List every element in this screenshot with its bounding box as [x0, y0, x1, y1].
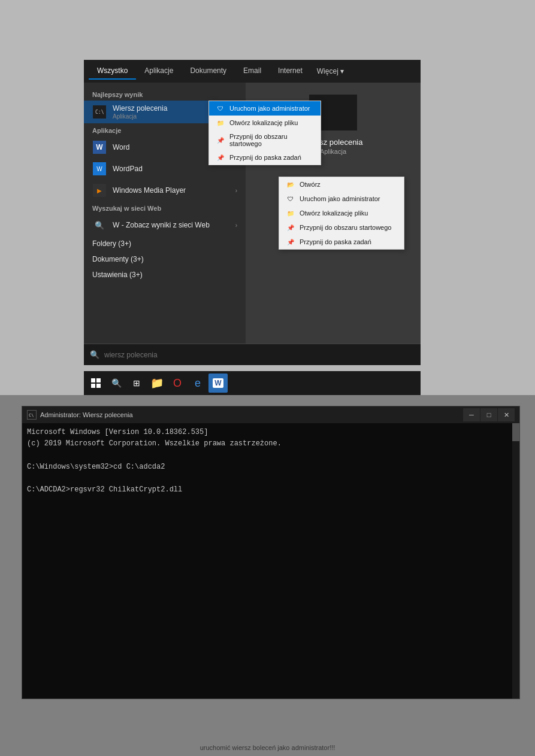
settings-item[interactable]: Ustawienia (3+) — [84, 267, 246, 283]
cmd-line-3 — [27, 450, 515, 461]
best-result-name: Wiersz polecenia — [113, 104, 167, 113]
pin-taskbar-right-icon: 📌 — [286, 238, 295, 246]
ctx-left-run-admin[interactable]: 🛡 Uruchom jako administrator — [209, 101, 321, 116]
tab-dokumenty[interactable]: Dokumenty — [182, 63, 235, 80]
app-wordpad-label: WordPad — [113, 165, 143, 173]
taskbar: 🔍 ⊞ 📁 O e W — [84, 371, 421, 395]
cmd-titlebar: C\ Administrator: Wiersz polecenia ─ □ ✕ — [22, 406, 519, 423]
best-result-label: Najlepszy wynik — [84, 87, 246, 101]
cmd-title-text: Administrator: Wiersz polecenia — [40, 411, 460, 418]
tab-aplikacje[interactable]: Aplikacje — [136, 63, 182, 80]
ctx-left-pin-start[interactable]: 📌 Przypnij do obszaru startowego — [209, 130, 321, 150]
cmd-minimize-button[interactable]: ─ — [463, 408, 480, 421]
open-icon: 📂 — [286, 180, 295, 189]
app-word-label: Word — [113, 143, 129, 151]
svg-rect-5 — [96, 384, 101, 388]
search-taskbar-button[interactable]: 🔍 — [107, 374, 126, 393]
footer-text: uruchomić wiersz boleceń jako administra… — [0, 744, 535, 751]
web-search-arrow-icon: › — [235, 222, 237, 229]
cmd-scrollbar[interactable] — [512, 423, 519, 699]
open-location-icon: 📁 — [216, 119, 225, 127]
opera-button[interactable]: O — [168, 374, 187, 393]
web-search-item[interactable]: 🔍 W - Zobacz wyniki z sieci Web › — [84, 214, 246, 236]
folder-icon: 📁 — [286, 209, 295, 217]
cmd-line-4: C:\Windows\system32>cd C:\adcda2 — [27, 462, 515, 473]
right-app-type: Aplikacja — [320, 148, 346, 155]
wordpad-icon: W — [92, 162, 107, 176]
svg-rect-3 — [96, 378, 101, 382]
cmd-title-icon: C\ — [27, 410, 37, 420]
menu-tabs: Wszystko Aplikacje Dokumenty Email Inter… — [84, 60, 421, 83]
tab-wszystko[interactable]: Wszystko — [89, 63, 136, 80]
settings-label: Ustawienia (3+) — [92, 271, 143, 279]
cmd-line-5 — [27, 473, 515, 484]
arrow-icon: › — [235, 187, 237, 194]
svg-text:C\: C\ — [29, 413, 34, 418]
documents-item[interactable]: Dokumenty (3+) — [84, 251, 246, 267]
run-admin-icon: 🛡 — [216, 104, 225, 113]
word-icon: W — [92, 140, 107, 154]
cmd-scrollbar-thumb[interactable] — [512, 423, 519, 441]
search-bar-icon: 🔍 — [90, 350, 99, 359]
menu-search-bar: 🔍 — [84, 344, 421, 365]
edge-icon: e — [195, 377, 201, 390]
cmd-controls: ─ □ ✕ — [463, 408, 515, 421]
word-taskbar-icon: W — [213, 378, 223, 388]
cmd-window: C\ Administrator: Wiersz polecenia ─ □ ✕… — [22, 406, 520, 699]
file-explorer-icon: 📁 — [150, 377, 164, 390]
svg-text:C:\: C:\ — [95, 110, 104, 115]
mediaplayer-icon: ▶ — [92, 183, 107, 198]
opera-icon: O — [173, 377, 182, 390]
pin-start-right-icon: 📌 — [286, 223, 295, 232]
ctx-right-open[interactable]: 📂 Otwórz — [279, 177, 404, 192]
svg-rect-2 — [91, 378, 95, 382]
search-icon: 🔍 — [92, 218, 107, 232]
documents-label: Dokumenty (3+) — [92, 255, 144, 263]
pin-start-icon: 📌 — [216, 136, 225, 144]
tab-email[interactable]: Email — [235, 63, 270, 80]
cmd-icon: C:\ — [92, 105, 107, 119]
chevron-down-icon: ▾ — [340, 67, 344, 75]
tab-internet[interactable]: Internet — [270, 63, 311, 80]
word-taskbar-button[interactable]: W — [208, 374, 228, 393]
cmd-line-6: C:\ADCDA2>regsvr32 ChilkatCrypt2.dll — [27, 484, 515, 496]
ctx-left-open-location[interactable]: 📁 Otwórz lokalizację pliku — [209, 116, 321, 130]
best-result-type: Aplikacja — [113, 113, 167, 120]
web-search-text: W - Zobacz wyniki z sieci Web — [113, 221, 210, 229]
app-item-mediaplayer[interactable]: ▶ Windows Media Player › — [84, 180, 246, 201]
file-explorer-button[interactable]: 📁 — [147, 374, 167, 393]
context-menu-right: 📂 Otwórz 🛡 Uruchom jako administrator 📁 … — [279, 177, 404, 250]
cmd-maximize-button[interactable]: □ — [480, 408, 497, 421]
ctx-right-pin-start[interactable]: 📌 Przypnij do obszaru startowego — [279, 220, 404, 235]
folders-label: Foldery (3+) — [92, 239, 131, 248]
tab-more[interactable]: Więcej ▾ — [311, 63, 350, 79]
edge-button[interactable]: e — [188, 374, 207, 393]
pin-taskbar-icon: 📌 — [216, 153, 225, 162]
task-view-button[interactable]: ⊞ — [127, 374, 146, 393]
ctx-right-run-admin[interactable]: 🛡 Uruchom jako administrator — [279, 192, 404, 206]
top-section: Wszystko Aplikacje Dokumenty Email Inter… — [0, 0, 535, 395]
search-input[interactable] — [104, 351, 415, 359]
svg-rect-4 — [91, 384, 95, 388]
folders-item[interactable]: Foldery (3+) — [84, 236, 246, 251]
cmd-close-button[interactable]: ✕ — [498, 408, 515, 421]
context-menu-left: 🛡 Uruchom jako administrator 📁 Otwórz lo… — [208, 101, 321, 165]
cmd-line-2: (c) 2019 Microsoft Corporation. Wszelkie… — [27, 438, 515, 450]
cmd-body[interactable]: Microsoft Windows [Version 10.0.18362.53… — [22, 423, 519, 699]
cmd-line-1: Microsoft Windows [Version 10.0.18362.53… — [27, 427, 515, 438]
ctx-right-open-location[interactable]: 📁 Otwórz lokalizację pliku — [279, 206, 404, 220]
ctx-left-pin-taskbar[interactable]: 📌 Przypnij do paska zadań — [209, 150, 321, 165]
start-button[interactable] — [86, 374, 105, 393]
bottom-section: C\ Administrator: Wiersz polecenia ─ □ ✕… — [0, 395, 535, 756]
app-mediaplayer-label: Windows Media Player — [113, 186, 186, 195]
web-search-label: Wyszukaj w sieci Web — [84, 201, 246, 214]
shield-icon: 🛡 — [286, 195, 295, 203]
ctx-right-pin-taskbar[interactable]: 📌 Przypnij do paska zadań — [279, 235, 404, 249]
